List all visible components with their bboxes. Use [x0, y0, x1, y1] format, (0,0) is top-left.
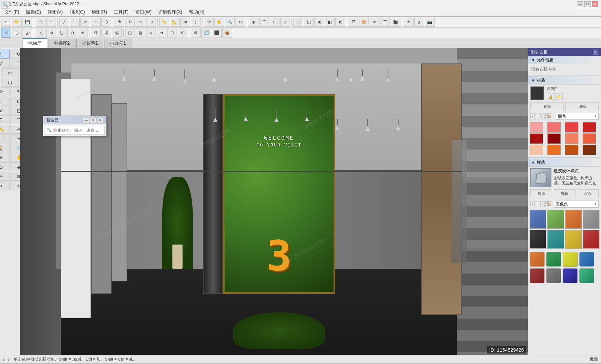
toolbar-view-top[interactable]: ⊤	[259, 18, 269, 27]
lt-offset[interactable]: ⊡	[11, 97, 21, 106]
toolbar-rotate[interactable]: ↻	[125, 18, 135, 27]
toolbar-view-iso[interactable]: ◈	[249, 18, 258, 27]
toolbar-explode[interactable]: ◈	[146, 29, 156, 38]
fp-close[interactable]: ✕	[97, 118, 103, 123]
bottom-icon-1[interactable]	[530, 252, 545, 267]
bottom-icon-4[interactable]	[579, 252, 594, 267]
toolbar-arc[interactable]: ⌒	[70, 18, 80, 27]
toolbar-scale[interactable]: ⤡	[136, 18, 145, 27]
toolbar-subtract[interactable]: ⊖	[67, 29, 77, 38]
toolbar-tape[interactable]: 📏	[159, 18, 169, 27]
lt-extra2[interactable]: ≋	[11, 172, 21, 181]
material-preview-swatch[interactable]	[530, 86, 544, 100]
menu-draw[interactable]: 绘图(R)	[89, 8, 110, 16]
style-mix-tab[interactable]: 混合	[577, 189, 599, 198]
entity-info-section[interactable]: ▼ 元件信息	[528, 56, 601, 64]
toolbar-new[interactable]: ↩	[2, 18, 11, 27]
lt-move[interactable]: ✥	[0, 87, 10, 96]
lt-axes[interactable]: ⊕	[11, 125, 21, 134]
toolbar-components[interactable]: ⚄	[349, 18, 358, 27]
style-thumb-2[interactable]	[547, 210, 564, 229]
lt-rect[interactable]: ▭	[2, 68, 19, 77]
swatch-12[interactable]	[583, 145, 596, 155]
toolbar-shaded[interactable]: ◩	[335, 18, 345, 27]
lt-sun[interactable]: ☀	[11, 134, 21, 143]
toolbar-offset[interactable]: ⊡	[146, 18, 156, 27]
floating-panel-search[interactable]: 🔍	[45, 126, 105, 134]
swatch-4[interactable]	[583, 122, 596, 133]
style-select-tab[interactable]: 选择	[530, 189, 552, 198]
tab-elevator-lobby-2[interactable]: 电梯厅2	[48, 39, 76, 48]
tab-small-office-1[interactable]: 小办公1	[104, 39, 131, 48]
toolbar-view-front[interactable]: ⊡	[270, 18, 279, 27]
style-thumb-8[interactable]	[583, 230, 599, 249]
toolbar-settings2[interactable]: ⚙	[191, 29, 201, 38]
toolbar-intersect[interactable]: ⊕	[46, 29, 56, 38]
swatch-5[interactable]	[530, 133, 543, 144]
lt-zoom[interactable]: 🔍	[11, 143, 21, 153]
maximize-button[interactable]: □	[584, 1, 590, 7]
toolbar-view-right[interactable]: ▷	[280, 18, 290, 27]
bottom-icon-3[interactable]	[563, 252, 578, 267]
lt-iso[interactable]: ◈	[11, 162, 21, 171]
style-preview-img[interactable]	[530, 168, 551, 187]
swatch-8[interactable]	[583, 133, 596, 144]
toolbar-comp2[interactable]: ◫	[125, 29, 135, 38]
toolbar-group[interactable]: ▦	[136, 29, 145, 38]
toolbar-align[interactable]: ⊟	[167, 29, 177, 38]
style-thumb-4[interactable]	[583, 210, 599, 229]
color-dropdown[interactable]: 颜色 ▼	[556, 113, 599, 120]
toolbar-pan[interactable]: ✋	[214, 18, 224, 27]
toolbar-shadows[interactable]: ☀	[404, 18, 414, 27]
style-thumb-7[interactable]	[565, 230, 582, 249]
lt-arc[interactable]: ⌒	[11, 59, 21, 68]
style-thumb-1[interactable]	[530, 210, 546, 229]
swatch-10[interactable]	[547, 145, 561, 155]
fp-minimize[interactable]: —	[83, 118, 89, 123]
menu-help[interactable]: 帮助(H)	[186, 8, 207, 16]
color-nav-fwd[interactable]: ▷	[538, 113, 545, 119]
toolbar-export[interactable]: ⬛	[212, 29, 222, 38]
lt-dim[interactable]: ⊤	[11, 115, 21, 124]
toolbar-flip[interactable]: ⇔	[157, 29, 166, 38]
lt-orbit[interactable]: ⟳	[11, 50, 21, 59]
toolbar-open[interactable]: 📂	[12, 18, 22, 27]
search-input[interactable]	[53, 128, 98, 133]
close-button[interactable]: ✕	[592, 1, 598, 7]
toolbar-materials[interactable]: 🎨	[359, 18, 369, 27]
toolbar-redo[interactable]: ↷	[46, 18, 56, 27]
lt-erase[interactable]: ◻	[11, 106, 21, 115]
lt-extra4[interactable]: ≋	[11, 181, 21, 190]
toolbar-scenes[interactable]: 🎬	[391, 18, 400, 27]
toolbar-undo[interactable]: ↶	[36, 18, 45, 27]
material-edit-tab[interactable]: 编辑	[565, 102, 599, 111]
swatch-11[interactable]	[565, 145, 578, 155]
toolbar-match-photo[interactable]: 📷	[425, 18, 435, 27]
swatch-3[interactable]	[565, 122, 578, 133]
lt-section[interactable]: ⬜	[0, 134, 10, 143]
style-edit-tab[interactable]: 编辑	[554, 189, 575, 198]
style-nav-fwd[interactable]: ▷	[538, 201, 545, 207]
lt-scale[interactable]: ⤡	[0, 97, 10, 106]
toolbar-save[interactable]: 💾	[23, 18, 32, 27]
menu-window[interactable]: 窗口(W)	[132, 8, 154, 16]
toolbar-extension[interactable]: 📦	[222, 29, 232, 38]
bottom-icon-6[interactable]	[546, 268, 561, 283]
toolbar-model[interactable]: 模	[112, 29, 122, 38]
materials-section-header[interactable]: ▼ 材质	[528, 76, 601, 85]
bottom-icon-5[interactable]	[530, 268, 545, 283]
toolbar-wireframe[interactable]: ▣	[314, 18, 324, 27]
toolbar-outliner[interactable]: ☷	[380, 18, 390, 27]
style-thumb-3[interactable]	[565, 210, 582, 229]
lt-extra3[interactable]: ≈	[0, 181, 10, 190]
toolbar-paint[interactable]: 🖌	[23, 29, 32, 38]
swatch-7[interactable]	[565, 133, 578, 144]
menu-edit[interactable]: 编辑(E)	[23, 8, 44, 16]
menu-tools[interactable]: 工具(T)	[111, 8, 131, 16]
toolbar-rect[interactable]: ▭	[80, 18, 90, 27]
styles-section-header[interactable]: ▼ 样式	[528, 159, 601, 167]
menu-extensions[interactable]: 扩展程序(X)	[155, 8, 185, 16]
tab-elevator-lobby[interactable]: 电梯厅	[23, 38, 47, 48]
tab-meeting-room-1[interactable]: 会议室1	[76, 39, 104, 48]
style-color-set-dropdown[interactable]: 颜色集 ▼	[554, 201, 599, 208]
